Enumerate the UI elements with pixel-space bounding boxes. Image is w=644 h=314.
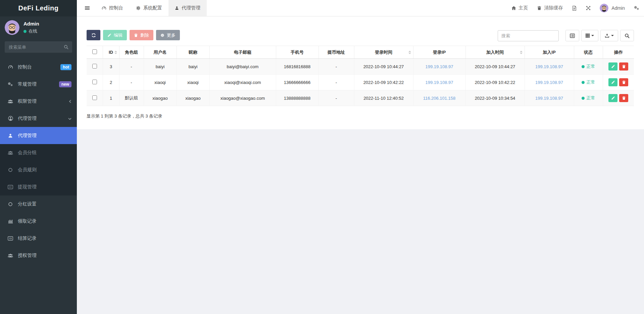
settings-button[interactable] [634,5,639,11]
trash-icon [622,80,626,84]
admin-menu[interactable]: Admin [600,4,625,12]
caret-down-icon [591,35,594,36]
fullscreen-button[interactable] [586,6,591,10]
gear-icon [136,6,141,10]
status-badge: 正常 [582,63,595,70]
user-icon [7,133,13,138]
refresh-icon [91,33,96,38]
app-root: DeFi Leding Admin 在线 控制台 hot 常规管理 [0,0,644,314]
pencil-icon [611,96,615,100]
toggle-view-button[interactable] [565,30,579,41]
row-delete-button[interactable] [619,78,628,86]
sidebar-item-member-groups[interactable]: 会员分组 [0,144,77,161]
row-delete-button[interactable] [619,94,628,102]
gauge-icon [102,6,106,10]
export-icon [605,33,609,38]
clear-cache-link[interactable]: 清除缓存 [537,5,563,11]
tab-label: 控制台 [109,5,123,11]
navbar-right: 主页 清除缓存 Admin [511,4,644,12]
refresh-button[interactable] [87,30,100,40]
cell-join-time: 2022-10-09 10:44:27 [465,59,525,75]
row-edit-button[interactable] [608,62,617,71]
cell-email: xiaogao@xiaogao.com [209,90,276,106]
gauge-icon [7,64,13,70]
header-login-time[interactable]: 登录时间 [354,46,413,59]
sidebar-item-settlement-records[interactable]: 结算记录 [0,230,77,247]
header-login-ip: 登录IP [413,46,465,59]
menu-toggle-icon[interactable] [85,5,90,11]
join-ip-link[interactable]: 199.19.108.97 [535,64,563,69]
delete-button[interactable]: 删除 [130,30,153,40]
home-link[interactable]: 主页 [511,5,528,11]
sidebar-item-dividend-settings[interactable]: 分红设置 [0,195,77,213]
cell-nickname: xiaogao [177,90,209,106]
pencil-icon [611,64,615,69]
header-join-time[interactable]: 加入时间 [465,46,525,59]
cell-role-group: - [119,75,144,90]
table-panel: 编辑 删除 更多 [77,16,644,129]
tab-system-config[interactable]: 系统配置 [130,0,168,16]
cell-id: 3 [103,59,119,75]
join-ip-link[interactable]: 199.19.108.97 [535,80,563,85]
table-search-input[interactable] [498,30,559,41]
expand-icon [586,6,591,10]
cell-email: xiaoqi@xiaoqi.com [209,75,276,90]
login-ip-link[interactable]: 199.19.108.97 [425,80,453,85]
sidebar-item-dashboard[interactable]: 控制台 hot [0,58,77,76]
columns-button[interactable] [581,30,598,41]
file-icon [572,6,577,11]
row-checkbox[interactable] [92,80,97,84]
tab-dashboard[interactable]: 控制台 [95,0,130,16]
row-edit-button[interactable] [608,78,617,86]
cell-phone: 13888888888 [276,90,318,106]
row-checkbox[interactable] [92,64,97,69]
table-header-row: ID 角色组 用户名 昵称 电子邮箱 手机号 提币地址 登录时间 登录IP 加入… [87,46,634,59]
sidebar-menu: 控制台 hot 常规管理 new 权限管理 代理管理 [0,58,77,314]
cell-withdraw-address: - [318,90,354,106]
chevron-down-icon [68,116,71,121]
cell-username: xiaoqi [144,75,177,90]
user-panel: Admin 在线 [0,16,77,39]
sidebar-item-authorization-manage[interactable]: 授权管理 [0,247,77,264]
user-name: Admin [23,21,39,27]
select-all-checkbox[interactable] [92,49,97,54]
caret-down-icon [611,35,614,36]
cell-id: 1 [103,90,119,106]
table-toolbar: 编辑 删除 更多 [87,30,634,41]
cogs-icon [634,5,639,11]
sidebar-item-general[interactable]: 常规管理 new [0,76,77,93]
gear-icon [160,33,164,37]
docs-button[interactable] [572,6,577,11]
menu-search-input[interactable] [5,41,72,53]
sidebar-item-claim-records[interactable]: 领取记录 [0,213,77,230]
sidebar-item-member-rules[interactable]: 会员规则 [0,161,77,178]
data-table: ID 角色组 用户名 昵称 电子邮箱 手机号 提币地址 登录时间 登录IP 加入… [87,46,634,106]
sidebar-item-agent-parent[interactable]: 代理管理 [0,110,77,127]
sidebar-item-permissions[interactable]: 权限管理 [0,93,77,110]
login-ip-link[interactable]: 199.19.108.97 [425,64,453,69]
row-delete-button[interactable] [619,62,628,71]
tab-label: 代理管理 [182,5,200,11]
toolbar-right [498,30,634,41]
row-checkbox[interactable] [92,95,97,100]
chevron-left-icon [69,99,71,104]
content-area: 编辑 删除 更多 [77,16,644,314]
sidebar-item-withdraw-manage[interactable]: 提现管理 [0,178,77,195]
sidebar-item-agent-manage[interactable]: 代理管理 [0,127,77,144]
top-navbar: 控制台 系统配置 代理管理 主页 清除缓存 [77,0,644,16]
home-icon [511,6,516,10]
toolbar-buttons: 编辑 删除 更多 [87,30,180,40]
login-ip-link[interactable]: 116.206.101.158 [423,96,456,101]
tab-agent-manage[interactable]: 代理管理 [168,0,207,16]
more-button[interactable]: 更多 [156,30,180,40]
new-badge: new [59,81,71,87]
search-button[interactable] [620,30,634,41]
cell-nickname: xiaoqi [177,75,209,90]
header-id[interactable]: ID [103,46,119,59]
row-edit-button[interactable] [608,94,617,102]
sidebar-search [5,41,72,53]
export-button[interactable] [600,30,618,41]
sort-icon [408,51,411,54]
edit-button[interactable]: 编辑 [103,30,127,40]
join-ip-link[interactable]: 199.19.108.97 [535,96,563,101]
